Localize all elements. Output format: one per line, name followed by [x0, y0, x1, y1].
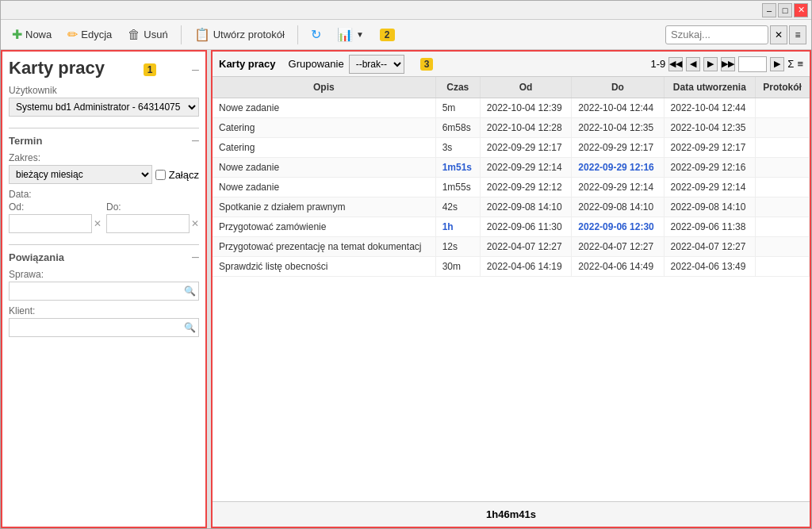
- cell-data-utworzenia: 2022-10-04 12:44: [664, 98, 756, 118]
- toolbar-divider-1: [181, 25, 182, 44]
- od-input[interactable]: [9, 214, 92, 233]
- main-toolbar: ✚ Nowa ✏ Edycja 🗑 Usuń 📋 Utwórz protokół…: [1, 20, 811, 50]
- user-select[interactable]: Systemu bd1 Administrator - 64314075: [9, 98, 199, 117]
- search-area: ✕ ≡: [665, 25, 806, 44]
- col-czas: Czas: [435, 77, 480, 98]
- chart-dropdown-icon: ▼: [356, 30, 364, 39]
- pagination-next-button[interactable]: ▶: [703, 57, 718, 71]
- minimize-button[interactable]: –: [762, 3, 776, 17]
- table-row[interactable]: Catering 3s 2022-09-29 12:17 2022-09-29 …: [213, 138, 810, 158]
- pagination-advance-button[interactable]: ▶: [770, 57, 784, 71]
- cell-do: 2022-09-29 12:16: [572, 158, 664, 178]
- pagination-last-button[interactable]: ▶▶: [721, 57, 735, 71]
- delete-button[interactable]: 🗑 Usuń: [121, 25, 174, 45]
- table-body: Nowe zadanie 5m 2022-10-04 12:39 2022-10…: [213, 98, 810, 277]
- sprawa-input[interactable]: [9, 282, 199, 301]
- cell-opis: Przygotować zamówienie: [213, 217, 435, 237]
- od-wrapper: ✕: [9, 214, 102, 233]
- zakres-select[interactable]: bieżący miesiąc: [9, 165, 152, 184]
- cell-od: 2022-04-06 14:19: [480, 257, 572, 277]
- close-button[interactable]: ✕: [794, 3, 808, 17]
- table-row[interactable]: Spotkanie z działem prawnym 42s 2022-09-…: [213, 197, 810, 217]
- cell-czas: 42s: [435, 197, 480, 217]
- delete-button-label: Usuń: [144, 29, 167, 40]
- cell-czas: 3s: [435, 138, 480, 158]
- cell-od: 2022-09-29 12:17: [480, 138, 572, 158]
- table-row[interactable]: Przygotować prezentację na temat dokumen…: [213, 237, 810, 257]
- grupowanie-select[interactable]: --brak--: [349, 55, 404, 74]
- cell-czas: 6m58s: [435, 118, 480, 138]
- pagination-first-button[interactable]: ◀◀: [668, 57, 683, 71]
- cell-od: 2022-04-07 12:27: [480, 237, 572, 257]
- page-size-input[interactable]: 20: [738, 56, 767, 72]
- termin-collapse-button[interactable]: –: [192, 133, 199, 148]
- work-cards-table: Opis Czas Od Do Data utworzenia Protokół…: [213, 77, 810, 277]
- cell-opis: Catering: [213, 138, 435, 158]
- search-menu-button[interactable]: ≡: [789, 25, 806, 44]
- maximize-button[interactable]: □: [778, 3, 792, 17]
- zakres-label: Zakres:: [9, 152, 199, 163]
- table-row[interactable]: Nowe zadanie 1m51s 2022-09-29 12:14 2022…: [213, 158, 810, 178]
- pagination-prev-button[interactable]: ◀: [686, 57, 700, 71]
- search-input[interactable]: [665, 25, 768, 44]
- cell-data-utworzenia: 2022-09-06 11:38: [664, 217, 756, 237]
- title-bar: – □ ✕: [1, 1, 811, 20]
- user-label: Użytkownik: [9, 85, 199, 96]
- do-clear-icon[interactable]: ✕: [191, 218, 199, 229]
- cell-data-utworzenia: 2022-09-29 12:17: [664, 138, 756, 158]
- table-row[interactable]: Catering 6m58s 2022-10-04 12:28 2022-10-…: [213, 118, 810, 138]
- cell-protokol: [756, 257, 810, 277]
- zalacz-checkbox[interactable]: [155, 170, 166, 180]
- cell-data-utworzenia: 2022-09-08 14:10: [664, 197, 756, 217]
- klient-wrapper: 🔍: [9, 318, 199, 337]
- cell-od: 2022-09-06 11:30: [480, 217, 572, 237]
- table-row[interactable]: Nowe zadanie 5m 2022-10-04 12:39 2022-10…: [213, 98, 810, 118]
- cell-data-utworzenia: 2022-09-29 12:16: [664, 158, 756, 178]
- badge-3: 3: [420, 58, 434, 71]
- cell-od: 2022-09-29 12:12: [480, 178, 572, 197]
- main-content: Karty pracy 1 – Użytkownik Systemu bd1 A…: [1, 50, 811, 528]
- edit-button-label: Edycja: [81, 29, 112, 40]
- clipboard-icon: 📋: [194, 27, 210, 42]
- od-col: Od: ✕: [9, 201, 102, 233]
- cell-opis: Spotkanie z działem prawnym: [213, 197, 435, 217]
- sprawa-label: Sprawa:: [9, 269, 199, 280]
- sprawa-wrapper: 🔍: [9, 282, 199, 301]
- chart-button[interactable]: 📊 ▼: [331, 24, 370, 45]
- cell-od: 2022-09-08 14:10: [480, 197, 572, 217]
- data-label: Data:: [9, 189, 199, 200]
- grupowanie-group: Grupowanie --brak--: [289, 55, 404, 74]
- new-button[interactable]: ✚ Nowa: [6, 24, 58, 45]
- klient-input[interactable]: [9, 318, 199, 337]
- main-window: – □ ✕ ✚ Nowa ✏ Edycja 🗑 Usuń 📋 Utwórz pr…: [0, 0, 812, 529]
- cell-opis: Catering: [213, 118, 435, 138]
- sidebar-collapse-button[interactable]: –: [192, 63, 199, 77]
- do-input[interactable]: [106, 214, 190, 233]
- do-wrapper: ✕: [106, 214, 199, 233]
- edit-button[interactable]: ✏ Edycja: [61, 24, 118, 45]
- table-row[interactable]: Przygotować zamówienie 1h 2022-09-06 11:…: [213, 217, 810, 237]
- cell-data-utworzenia: 2022-04-06 13:49: [664, 257, 756, 277]
- protocol-button[interactable]: 📋 Utwórz protokół: [188, 24, 291, 45]
- cell-czas: 5m: [435, 98, 480, 118]
- klient-search-icon: 🔍: [184, 322, 196, 333]
- user-section: Użytkownik Systemu bd1 Administrator - 6…: [9, 85, 199, 121]
- date-row: Od: ✕ Do: ✕: [9, 201, 199, 233]
- cell-do: 2022-10-04 12:44: [572, 98, 664, 118]
- col-od: Od: [480, 77, 572, 98]
- cell-protokol: [756, 118, 810, 138]
- cell-czas: 12s: [435, 237, 480, 257]
- table-row[interactable]: Nowe zadanie 1m55s 2022-09-29 12:12 2022…: [213, 178, 810, 197]
- cell-od: 2022-09-29 12:14: [480, 158, 572, 178]
- powiazania-collapse-button[interactable]: –: [192, 250, 199, 264]
- search-clear-button[interactable]: ✕: [770, 25, 787, 44]
- plus-icon: ✚: [12, 27, 22, 42]
- od-clear-icon[interactable]: ✕: [94, 218, 102, 229]
- cell-czas: 30m: [435, 257, 480, 277]
- cell-protokol: [756, 158, 810, 178]
- cell-protokol: [756, 98, 810, 118]
- cell-opis: Sprawdzić listę obecności: [213, 257, 435, 277]
- table-row[interactable]: Sprawdzić listę obecności 30m 2022-04-06…: [213, 257, 810, 277]
- footer-total: 1h46m41s: [486, 508, 536, 520]
- refresh-button[interactable]: ↻: [304, 24, 327, 45]
